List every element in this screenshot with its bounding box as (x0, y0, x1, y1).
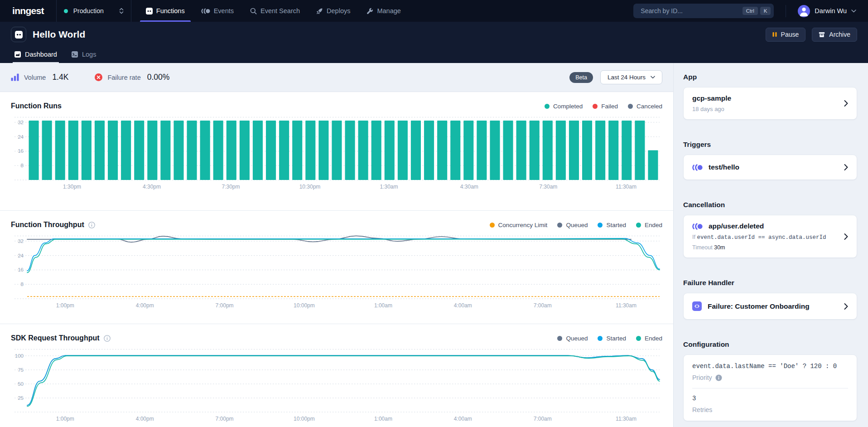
info-icon[interactable] (88, 222, 95, 228)
svg-text:25: 25 (18, 395, 24, 401)
priority-label: Priority (692, 374, 848, 381)
legend-started[interactable]: Started (598, 335, 626, 342)
legend-label: Ended (645, 335, 662, 342)
chevron-up-down-icon (119, 8, 124, 14)
volume-label: Volume (24, 74, 46, 81)
svg-text:7:30pm: 7:30pm (222, 184, 240, 190)
svg-text:4:00am: 4:00am (454, 302, 472, 309)
legend-ended[interactable]: Ended (636, 335, 662, 342)
environment-switcher[interactable]: Production (56, 0, 131, 22)
search-input[interactable] (640, 7, 740, 15)
failure-rate-value: 0.00% (147, 73, 170, 82)
global-search[interactable]: Ctrl K (633, 4, 774, 18)
tab-logs[interactable]: Logs (68, 47, 100, 63)
failure-handler-card[interactable]: Failure: Customer Onboarding (683, 293, 857, 320)
legend-concurrency-limit[interactable]: Concurrency Limit (490, 222, 548, 228)
tab-dashboard[interactable]: Dashboard (11, 47, 61, 63)
svg-text:4:00pm: 4:00pm (136, 416, 154, 422)
legend-failed[interactable]: Failed (593, 103, 618, 110)
svg-text:7:00pm: 7:00pm (216, 302, 234, 309)
legend-started[interactable]: Started (598, 222, 626, 228)
bar-chart-icon (11, 73, 19, 81)
svg-text:32: 32 (18, 238, 24, 244)
legend-queued[interactable]: Queued (557, 222, 588, 228)
legend-dot (628, 104, 633, 109)
svg-text:8: 8 (21, 163, 24, 168)
svg-text:24: 24 (18, 134, 24, 140)
pause-button[interactable]: Pause (766, 28, 806, 42)
chevron-right-icon (839, 233, 848, 240)
nav-item-label: Event Search (260, 7, 300, 15)
cancellation-heading: Cancellation (683, 201, 857, 209)
function-runs-title: Function Runs (11, 102, 62, 110)
chevron-down-icon (851, 10, 856, 13)
configuration-heading: Configuration (683, 340, 857, 349)
time-range-select[interactable]: Last 24 Hours (600, 70, 662, 84)
function-throughput-svg: 81624321:00pm4:00pm7:00pm10:00pm1:00am4:… (11, 233, 662, 311)
event-icon (692, 223, 703, 230)
info-icon[interactable] (104, 335, 111, 342)
svg-text:100: 100 (15, 353, 24, 359)
svg-text:7:00am: 7:00am (534, 302, 552, 309)
svg-text:24: 24 (18, 253, 24, 258)
beta-badge: Beta (569, 72, 593, 83)
stats-bar: Volume 1.4K Failure rate 0.00% Beta Last… (0, 63, 673, 92)
legend-dot (490, 223, 495, 228)
legend-label: Completed (553, 103, 583, 110)
legend-queued[interactable]: Queued (557, 335, 588, 342)
rocket-icon (316, 8, 323, 15)
legend-dot (598, 223, 603, 228)
function-runs-svg: 81624321:30pm4:30pm7:30pm10:30pm1:30am4:… (11, 114, 662, 192)
legend-dot (557, 336, 562, 341)
svg-text:75: 75 (18, 367, 24, 373)
svg-text:4:30am: 4:30am (460, 184, 478, 190)
svg-text:32: 32 (18, 120, 24, 125)
info-icon[interactable] (715, 374, 722, 381)
svg-text:11:30am: 11:30am (616, 416, 637, 422)
legend-canceled[interactable]: Canceled (628, 103, 662, 110)
svg-text:50: 50 (18, 381, 24, 387)
functions-icon (146, 8, 153, 15)
svg-text:7:30am: 7:30am (539, 184, 557, 190)
svg-text:7:00pm: 7:00pm (216, 416, 234, 422)
app-section: App gcp-sample 18 days ago (683, 73, 857, 120)
archive-button[interactable]: Archive (812, 28, 857, 42)
nav-item-event-search[interactable]: Event Search (242, 0, 308, 22)
retries-value: 3 (692, 395, 848, 402)
trigger-card[interactable]: test/hello (683, 155, 857, 180)
inngest-logo[interactable]: inngest (0, 0, 56, 22)
terminal-icon (72, 51, 78, 58)
chevron-right-icon (839, 164, 848, 171)
trigger-name: test/hello (709, 163, 739, 171)
person-icon (798, 5, 810, 17)
kbd-k: K (760, 7, 771, 15)
nav-item-manage[interactable]: Manage (358, 0, 409, 22)
cancellation-expression: If event.data.userId == async.data.userI… (692, 234, 826, 241)
function-runs-chart: 81624321:30pm4:30pm7:30pm10:30pm1:30am4:… (11, 114, 662, 192)
svg-text:7:00am: 7:00am (534, 416, 552, 422)
legend-completed[interactable]: Completed (545, 103, 583, 110)
archive-icon (819, 32, 825, 38)
user-menu[interactable]: Darwin Wu (786, 5, 868, 17)
divider (692, 388, 848, 388)
legend-ended[interactable]: Ended (636, 222, 662, 228)
app-card[interactable]: gcp-sample 18 days ago (683, 87, 857, 120)
events-icon (201, 8, 210, 14)
svg-text:1:30am: 1:30am (380, 184, 398, 190)
failure-handler-name: Failure: Customer Onboarding (708, 302, 810, 311)
avatar (798, 5, 810, 17)
nav-item-label: Deploys (327, 7, 350, 15)
function-tabs: Dashboard Logs (11, 47, 857, 63)
error-icon (95, 73, 102, 81)
nav-item-events[interactable]: Events (193, 0, 242, 22)
svg-text:16: 16 (18, 267, 24, 272)
failure-rate-stat: Failure rate 0.00% (95, 73, 169, 82)
nav-item-functions[interactable]: Functions (138, 0, 193, 22)
svg-text:1:00pm: 1:00pm (56, 302, 74, 309)
tab-label: Dashboard (25, 51, 57, 58)
environment-label: Production (73, 7, 114, 15)
nav-item-deploys[interactable]: Deploys (308, 0, 358, 22)
pause-label: Pause (781, 31, 799, 38)
cancellation-card[interactable]: app/user.deleted If event.data.userId ==… (683, 215, 857, 258)
dashboard-icon (14, 51, 21, 58)
